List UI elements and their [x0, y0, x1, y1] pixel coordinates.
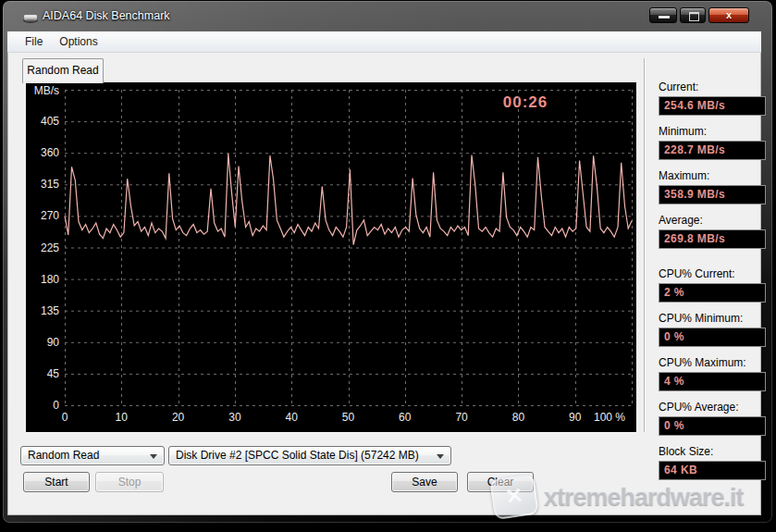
chevron-down-icon: [150, 454, 157, 459]
stat-value-box: 269.8 MB/s: [659, 229, 766, 249]
stat-label: Maximum:: [659, 169, 709, 182]
chevron-down-icon: [437, 454, 444, 459]
stat-cpu-current: CPU% Current: 2 %: [651, 267, 768, 304]
panel-separator: [644, 58, 645, 432]
y-axis-tick-label: 135: [30, 303, 59, 318]
stat-value: 254.6 MB/s: [659, 97, 765, 115]
stat-value: 4 %: [659, 373, 765, 390]
close-button[interactable]: x: [708, 7, 749, 23]
save-button[interactable]: Save: [391, 472, 458, 492]
stat-cpu-average: CPU% Average: 0 %: [651, 401, 768, 438]
y-axis-unit-label: MB/s: [30, 84, 59, 97]
stat-label: CPU% Current:: [659, 267, 735, 280]
app-icon: [22, 12, 39, 23]
x-axis-tick-label: 30: [215, 411, 255, 424]
stats-panel: Current: 254.6 MB/s Minimum: 228.7 MB/s …: [651, 80, 768, 506]
menu-file[interactable]: File: [17, 32, 51, 51]
y-axis-tick-label: 45: [30, 366, 59, 381]
stat-label: CPU% Minimum:: [659, 312, 743, 325]
tab-random-read[interactable]: Random Read: [22, 58, 104, 83]
stat-cpu-maximum: CPU% Maximum: 4 %: [651, 356, 768, 393]
menubar: File Options: [7, 31, 761, 53]
watermark-text: xtremehardware.it: [544, 483, 744, 512]
throughput-line: [65, 154, 632, 245]
window-title: AIDA64 Disk Benchmark: [43, 9, 170, 22]
stat-value-box: 358.9 MB/s: [659, 185, 766, 204]
stat-value: 0 %: [659, 417, 765, 435]
stat-cpu-minimum: CPU% Minimum: 0 %: [651, 312, 768, 349]
app-window: AIDA64 Disk Benchmark x File Options Ran…: [3, 1, 772, 523]
window-controls: x: [649, 7, 749, 23]
stat-label: Current:: [659, 80, 698, 93]
start-button[interactable]: Start: [23, 472, 90, 492]
x-axis-tick-label: 50: [328, 411, 369, 424]
content-area: Random Read MB/s 00:26 40536031527022518…: [7, 53, 761, 515]
stat-current: Current: 254.6 MB/s: [651, 80, 768, 118]
client-area: File Options Random Read MB/s 00:26 4053…: [7, 31, 761, 515]
stat-value-box: 0 %: [659, 328, 766, 347]
stat-value-box: 228.7 MB/s: [659, 141, 766, 160]
stat-label: Block Size:: [659, 445, 713, 458]
x-axis-tick-label: 70: [441, 411, 482, 424]
stat-value: 2 %: [659, 284, 765, 302]
y-axis-tick-label: 315: [30, 177, 59, 192]
y-axis-tick-label: 270: [30, 208, 59, 223]
stat-average: Average: 269.8 MB/s: [651, 214, 768, 251]
y-axis-tick-label: 225: [30, 241, 59, 255]
x-axis-tick-label: 80: [498, 411, 538, 424]
plot-area: [65, 90, 634, 406]
stat-label: Average:: [659, 214, 703, 227]
benchmark-type-select[interactable]: Random Read: [20, 446, 165, 465]
titlebar[interactable]: AIDA64 Disk Benchmark x: [3, 1, 772, 31]
x-axis-tick-label: 60: [385, 411, 425, 424]
stat-value: 0 %: [659, 328, 765, 346]
stat-label: CPU% Maximum:: [659, 356, 746, 369]
y-axis-tick-label: 180: [30, 272, 59, 287]
maximize-icon: [689, 12, 699, 21]
stat-label: Minimum:: [659, 125, 707, 138]
disk-drive-value: Disk Drive #2 [SPCC Solid State Dis] (57…: [176, 449, 419, 462]
benchmark-type-value: Random Read: [28, 449, 99, 462]
stat-value-box: 254.6 MB/s: [659, 96, 766, 116]
desktop-background: AIDA64 Disk Benchmark x File Options Ran…: [0, 0, 776, 532]
stat-label: CPU% Average:: [659, 401, 739, 414]
y-axis-tick-label: 90: [30, 335, 59, 350]
maximize-button[interactable]: [680, 7, 706, 23]
y-axis-tick-label: 360: [30, 145, 59, 160]
x-axis-tick-label: 0: [44, 411, 85, 424]
stat-value-box: 4 %: [659, 372, 766, 391]
x-axis-tick-label: 100 %: [589, 411, 630, 424]
stat-value: 358.9 MB/s: [659, 186, 765, 204]
stat-maximum: Maximum: 358.9 MB/s: [651, 169, 768, 206]
close-icon: x: [726, 9, 732, 20]
stop-button[interactable]: Stop: [95, 472, 164, 492]
benchmark-chart: MB/s 00:26 40536031527022518013590450 01…: [26, 82, 636, 432]
minimize-button[interactable]: [649, 7, 677, 23]
y-axis-tick-label: 405: [30, 114, 59, 129]
xtremehardware-logo-icon: ✕: [489, 474, 539, 520]
stat-minimum: Minimum: 228.7 MB/s: [651, 125, 768, 162]
disk-drive-select[interactable]: Disk Drive #2 [SPCC Solid State Dis] (57…: [168, 446, 451, 465]
x-axis-tick-label: 20: [158, 411, 199, 424]
stat-value-box: 0 %: [659, 416, 766, 436]
watermark: ✕ xtremehardware.it: [492, 476, 744, 517]
menu-options[interactable]: Options: [51, 32, 105, 51]
x-axis-tick-label: 40: [271, 411, 312, 424]
x-axis-tick-label: 10: [101, 411, 142, 424]
stat-value-box: 2 %: [659, 283, 766, 303]
stat-value: 269.8 MB/s: [659, 230, 765, 248]
minimize-icon: [659, 16, 670, 19]
stat-value: 228.7 MB/s: [659, 142, 765, 159]
